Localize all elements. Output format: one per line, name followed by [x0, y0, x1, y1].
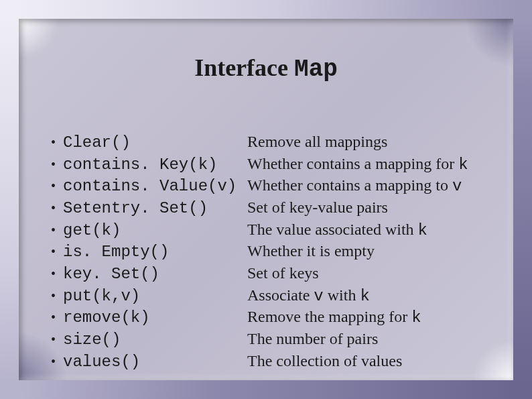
bullet-icon: •: [51, 287, 63, 304]
method-name: get(k): [63, 220, 247, 241]
method-name: values(): [63, 351, 247, 373]
method-desc: The number of pairs: [247, 329, 493, 351]
method-desc: Remove all mappings: [247, 131, 493, 154]
bullet-icon: •: [51, 156, 63, 173]
bullet-icon: •: [51, 177, 63, 194]
method-name: contains. Key(k): [63, 154, 247, 176]
list-item: • is. Empty() Whether it is empty: [51, 241, 493, 263]
list-item: • get(k) The value associated with k: [51, 219, 493, 241]
list-item: • values() The collection of values: [51, 351, 493, 373]
method-desc: Remove the mapping for k: [247, 306, 493, 329]
method-name: contains. Value(v): [63, 176, 247, 197]
bullet-icon: •: [51, 331, 63, 348]
bullet-icon: •: [51, 199, 63, 217]
method-desc: Set of key-value pairs: [247, 197, 493, 219]
method-desc: Whether contains a mapping to v: [247, 175, 493, 197]
bullet-icon: •: [51, 353, 63, 370]
list-item: • contains. Key(k) Whether contains a ma…: [51, 154, 493, 176]
bullet-icon: •: [51, 221, 63, 239]
page-title: Interface Map: [19, 54, 513, 83]
method-name: is. Empty(): [63, 241, 247, 263]
method-desc: Set of keys: [247, 263, 493, 285]
method-desc: The value associated with k: [247, 219, 493, 241]
method-desc: Whether it is empty: [247, 241, 493, 263]
method-name: size(): [63, 329, 247, 351]
bullet-icon: •: [51, 265, 63, 282]
method-list: • Clear() Remove all mappings • contains…: [51, 131, 493, 372]
title-mono: Map: [294, 56, 338, 83]
method-desc: The collection of values: [247, 351, 493, 373]
list-item: • remove(k) Remove the mapping for k: [51, 306, 493, 329]
list-item: • contains. Value(v) Whether contains a …: [51, 175, 493, 197]
list-item: • key. Set() Set of keys: [51, 263, 493, 285]
bullet-icon: •: [51, 133, 63, 151]
list-item: • Clear() Remove all mappings: [51, 131, 493, 154]
slide: Interface Map • Clear() Remove all mappi…: [0, 0, 532, 399]
bullet-icon: •: [51, 243, 63, 260]
method-name: Setentry. Set(): [63, 198, 247, 219]
method-name: remove(k): [63, 307, 247, 329]
method-name: Clear(): [63, 132, 247, 154]
bullet-icon: •: [51, 308, 63, 326]
list-item: • Setentry. Set() Set of key-value pairs: [51, 197, 493, 219]
title-prefix: Interface: [194, 54, 294, 81]
method-desc: Whether contains a mapping for k: [247, 154, 493, 176]
method-name: key. Set(): [63, 264, 247, 285]
method-name: put(k,v): [63, 286, 247, 307]
list-item: • size() The number of pairs: [51, 329, 493, 351]
method-desc: Associate v with k: [247, 285, 493, 307]
list-item: • put(k,v) Associate v with k: [51, 285, 493, 307]
